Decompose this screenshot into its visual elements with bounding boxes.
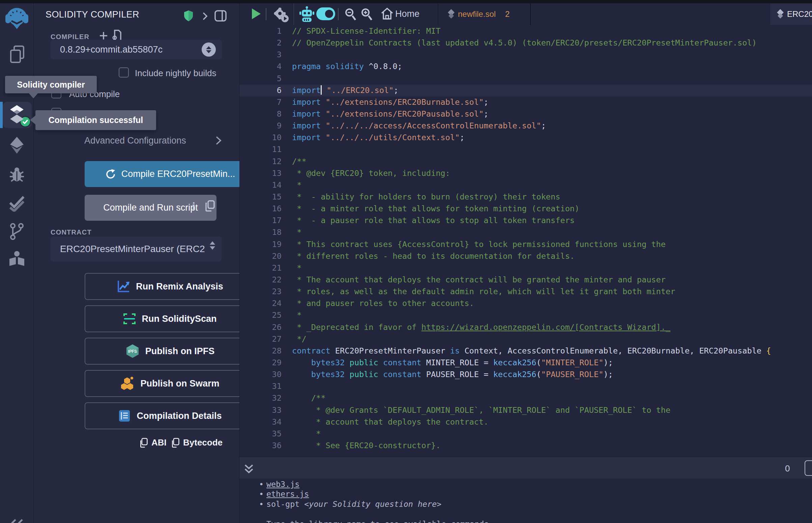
git-icon[interactable] [10,223,23,240]
terminal-link[interactable]: ethers.js [266,489,309,499]
code-line[interactable]: 34 * account that deploys the contract. [240,416,812,428]
compile-and-run-button[interactable]: Compile and Run script [85,195,216,221]
zoom-out-icon[interactable] [344,7,357,21]
compilation-details-button[interactable]: Compilation Details [85,402,255,429]
code-line[interactable]: 6import "../ERC20.sol"; [240,85,812,96]
robot-icon[interactable] [299,6,315,22]
split-view-icon[interactable] [214,10,227,22]
debugger-icon[interactable] [9,166,24,183]
code-line[interactable]: 2// OpenZeppelin Contracts (last updated… [240,37,812,49]
tab-newfile[interactable]: newfile.sol [458,10,496,19]
solidity-compiler-icon[interactable] [7,104,26,125]
ai-toggle[interactable] [316,7,335,20]
code-line[interactable]: 26 * _Deprecated in favor of https://wiz… [240,322,812,333]
code-line[interactable]: 17 * - a pauser role that allows to stop… [240,215,812,227]
info-icon[interactable]: i [192,200,195,212]
copy-abi[interactable]: ABI [139,437,166,448]
advanced-chevron-icon[interactable] [215,136,222,145]
advanced-configurations[interactable]: Advanced Configurations [84,136,186,146]
code-text: * - a pauser role that allows to stop al… [292,215,575,227]
plus-icon[interactable] [99,31,108,40]
contract-select[interactable]: ERC20PresetMinterPauser (ERC20 [51,237,222,262]
code-line[interactable]: 10import "../../../utils/Context.sol"; [240,132,812,144]
zoom-in-icon[interactable] [360,7,373,21]
compiler-version-select[interactable]: 0.8.29+commit.ab55807c [51,40,222,59]
copy-bytecode[interactable]: Bytecode [171,437,223,448]
line-number: 31 [240,380,282,392]
file-explorer-icon[interactable] [9,44,25,65]
code-text: * See {ERC20-constructor}. [292,440,440,452]
run-solidityscan-button[interactable]: Run SolidityScan [85,305,255,332]
editor-lines: 1// SPDX-License-Identifier: MIT2// Open… [240,25,812,452]
code-line[interactable]: 22 * The account that deploys the contra… [240,274,812,286]
code-line[interactable]: 32 /** [240,392,812,404]
include-nightly-checkbox[interactable] [119,67,129,77]
code-line[interactable]: 36 * See {ERC20-constructor}. [240,440,812,452]
code-line[interactable]: 29 bytes32 public constant MINTER_ROLE =… [240,357,812,369]
publish-ipfs-label: Publish on IPFS [145,346,215,357]
code-line[interactable]: 4pragma solidity ^0.8.0; [240,61,812,72]
terminal-listen-count: 0 [785,463,790,474]
chevron-right-icon[interactable] [202,12,208,20]
active-plugin-indicator [0,102,3,128]
code-line[interactable]: 8import "../extensions/ERC20Pausable.sol… [240,108,812,120]
plugin-manager-icon[interactable] [8,251,25,267]
window-top-strip [0,0,812,3]
line-number: 1 [240,25,282,37]
publish-swarm-button[interactable]: Publish on Swarm [85,370,255,397]
code-text: /** [292,392,325,404]
copy-script-icon[interactable] [205,200,215,212]
code-line[interactable]: 33 * @dev Grants `DEFAULT_ADMIN_ROLE`, `… [240,404,812,416]
code-line[interactable]: 18 * [240,227,812,238]
play-icon[interactable] [251,8,261,20]
code-line[interactable]: 15 * - ability for holders to burn (dest… [240,191,812,203]
code-line[interactable]: 16 * - a minter role that allows for tok… [240,203,812,215]
line-number: 21 [240,262,282,274]
expand-terminal-icon[interactable] [244,464,253,474]
code-text: * - a minter role that allows for token … [292,203,579,215]
code-line[interactable]: 25 * [240,309,812,321]
publish-ipfs-button[interactable]: IPFS Publish on IPFS [85,338,255,365]
terminal-search-input[interactable] [805,460,812,476]
certificate-icon[interactable] [112,30,121,41]
home-tab-label[interactable]: Home [395,9,420,19]
code-line[interactable]: 9import "../../../access/AccessControlEn… [240,120,812,132]
code-editor[interactable]: 1// SPDX-License-Identifier: MIT2// Open… [240,25,812,458]
terminal-line: •sol-gpt <your Solidity question here> [240,499,812,509]
remix-logo[interactable] [5,5,29,30]
code-line[interactable]: 23 * roles, as well as the default admin… [240,286,812,297]
code-text: * @dev {ERC20} token, including: [292,167,450,179]
collapse-sidebar-icon[interactable] [9,519,25,523]
code-line[interactable]: 28contract ERC20PresetMinterPauser is Co… [240,345,812,357]
code-line[interactable]: 24 * and pauser roles to other accounts. [240,297,812,309]
run-remix-analysis-button[interactable]: Run Remix Analysis [85,273,255,300]
unit-testing-icon[interactable] [9,196,25,212]
code-line[interactable]: 12/** [240,156,812,167]
code-line[interactable]: 7import "../extensions/ERC20Burnable.sol… [240,96,812,108]
line-number: 36 [240,440,282,452]
code-line[interactable]: 3 [240,49,812,61]
code-line[interactable]: 19 * This contract uses {AccessControl} … [240,239,812,250]
copy-icon [171,438,180,448]
code-line[interactable]: 31 [240,380,812,392]
tab-active[interactable]: ERC20PresetMinterPauser.sol ✕ [770,3,812,25]
code-line[interactable]: 11 [240,144,812,155]
version-spinner-icon[interactable] [202,42,216,57]
code-line[interactable]: 14 * [240,179,812,191]
code-line[interactable]: 13 * @dev {ERC20} token, including: [240,167,812,179]
code-line[interactable]: 21 * [240,262,812,274]
terminal-link[interactable]: web3.js [266,480,299,489]
code-line[interactable]: 27 */ [240,333,812,345]
terminal-output[interactable]: •web3.js•ethers.js•sol-gpt <your Solidit… [240,479,812,523]
shield-icon[interactable] [184,10,193,22]
deploy-run-icon[interactable] [9,137,24,154]
code-line[interactable]: 35 * [240,428,812,440]
home-icon[interactable] [381,7,393,20]
code-line[interactable]: 20 * different roles - head to its docum… [240,250,812,262]
code-line[interactable]: 30 bytes32 public constant PAUSER_ROLE =… [240,369,812,380]
code-line[interactable]: 1// SPDX-License-Identifier: MIT [240,25,812,37]
line-number: 3 [240,49,282,61]
code-line[interactable]: 5 [240,73,812,85]
compile-button[interactable]: Compile ERC20PresetMin... [85,161,255,187]
gear-run-icon[interactable] [272,6,289,23]
